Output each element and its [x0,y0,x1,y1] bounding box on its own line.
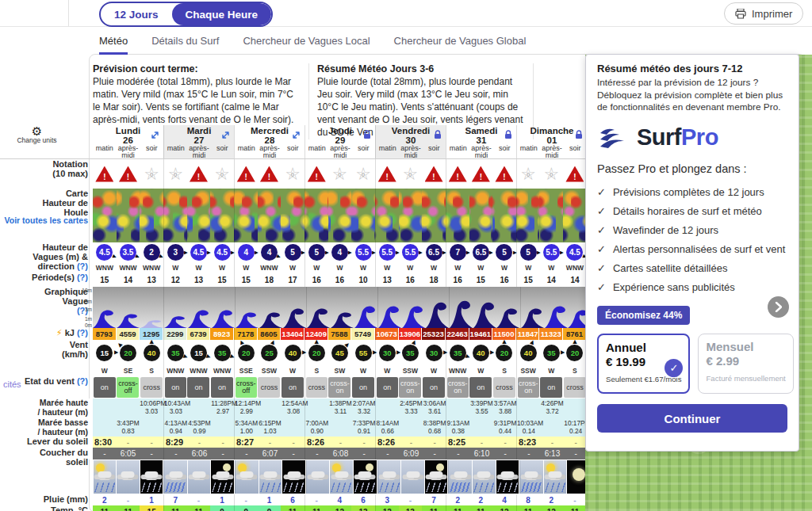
weather-icon [259,460,282,494]
swell-map-thumbnail[interactable] [516,189,540,242]
wind-speed-cell: 20▲ [304,340,328,365]
sunset-dash: - [446,449,470,458]
tide-height: 0.44 [493,427,517,435]
energy-cell: 22463 [446,328,469,340]
rating-cell: ! [304,159,328,189]
subcol-label: matin [305,145,328,159]
day-header-dimanche[interactable]: Dimanche01matinaprès-midisoir [516,125,587,158]
tab-chercheur-de-vagues-local[interactable]: Chercheur de Vagues Local [243,35,370,55]
swell-map-thumbnail[interactable] [117,189,140,242]
continue-button[interactable]: Continuer [597,404,787,433]
tide-time: 9:31PM [493,419,517,427]
day-header-lundi[interactable]: Lundi26matinaprès-midisoir [93,125,163,158]
help-link[interactable]: (?) [77,328,88,337]
swell-map-thumbnail[interactable] [539,189,563,242]
rating-cell: ☆0 [399,159,423,189]
swell-map-thumbnail[interactable] [563,189,587,242]
wave-curl [188,310,211,328]
expand-icon[interactable] [221,128,230,143]
swell-map-thumbnail[interactable] [234,189,258,242]
row-label: Carte Hauteur de HouleVoir toutes les ca… [0,189,93,242]
subcolumn-labels: matinaprès-midisoir [164,145,234,159]
sunset-dash: - [164,449,188,458]
tide-time: 2:45PM [400,399,423,407]
tide-slot: 10:06PM3.03 [140,399,163,418]
wave-curl [164,316,187,328]
expand-icon[interactable] [292,128,301,143]
wind-state-cell: cross-off [234,376,258,399]
wave-period-cell: 14 [539,273,563,287]
wave-graph-cell [163,287,188,328]
annual-plan-card[interactable]: Annuel € 19.99 ✓ Seulement €1.67/mois [597,334,690,394]
tide-slot [446,399,470,418]
wave-graph-cell [282,287,306,328]
high-tide-day: 12:14PM2.9912:54AM3.08 [234,399,304,418]
change-units-control[interactable]: ⚙Change units [0,125,74,144]
help-link[interactable]: (?) [77,376,88,386]
wave-height-value: 5 [502,248,507,257]
next-arrow-button[interactable] [768,296,789,318]
swell-map-thumbnail[interactable] [93,189,117,242]
tab-d-tails-du-surf[interactable]: Détails du Surf [151,35,219,55]
temp-cell: 11 [93,505,117,511]
row-label [0,262,93,273]
swell-map-thumbnail[interactable] [163,189,187,242]
wave-height-circle: 5 [285,244,301,261]
wave-curl [93,310,116,328]
swell-map-thumbnail[interactable] [210,189,234,242]
swell-map-thumbnail[interactable] [304,189,328,242]
swell-map-thumbnail[interactable] [375,189,399,242]
day-header-mercredi[interactable]: Mercredi28matinaprès-midisoir [234,125,304,158]
swell-map-thumbnail[interactable] [422,189,446,242]
rain-icon [497,482,518,492]
swell-map-thumbnail[interactable] [328,189,352,242]
wave-height-value: 4.5 [99,248,110,257]
tide-height: 0.90 [305,427,329,435]
tide-time: 10:17PM [564,419,588,427]
swell-map-thumbnail[interactable] [140,189,163,242]
print-button[interactable]: Imprimer [724,2,803,25]
toggle-chaque-heure[interactable]: Chaque Heure [172,3,272,25]
wind-speed-cell: 35▲ [399,340,423,365]
wind-direction-cell: W [422,365,446,376]
wind-state-value: on [165,377,186,398]
feature-item: ✓Cartes satellite détaillées [597,258,787,277]
tab-m-t-o[interactable]: Météo [99,35,128,55]
tide-height: 3.55 [470,407,494,415]
rain-icon [473,482,494,492]
swell-map-thumbnail[interactable] [351,189,375,242]
swell-map-thumbnail[interactable] [492,189,516,242]
swell-map-thumbnail[interactable] [399,189,423,242]
expand-icon[interactable] [151,128,159,143]
sunset-time: 6:10 [470,449,494,458]
swell-map-thumbnail[interactable] [446,189,469,242]
lightning-icon: ⚡ [56,328,63,337]
tab-chercheur-de-vagues-global[interactable]: Chercheur de Vagues Global [394,35,527,55]
wind-direction-cell: S [140,365,163,376]
day-header-jeudi[interactable]: Jeudi29matinaprès-midisoir [304,125,375,158]
wind-speed-circle: 20 [496,345,512,361]
rating-cell: ! [563,159,587,189]
sunrise-day: 8:26-- [375,437,446,448]
tide-time: 7:33PM [352,419,376,427]
tide-slot: 9:31PM0.44 [493,418,517,437]
day-header-vendredi[interactable]: Vendredi30matinaprès-midisoir [375,125,446,158]
high-tide-day: 2:45PM3.333:06AM3.61 [375,399,446,418]
day-header-samedi[interactable]: Samedi31matinaprès-midisoir [446,125,516,158]
see-all-maps-link[interactable]: Voir toutes les cartes [1,215,88,225]
wave-graph-cell [496,287,520,328]
warning-icon: ! [472,166,490,182]
swell-map-thumbnail[interactable] [187,189,211,242]
help-link[interactable]: (?) [77,273,88,282]
toggle-12-jours[interactable]: 12 Jours [101,3,172,25]
surfpro-logo: SurfPro [599,124,787,151]
wind-speed-circle: 35 [402,345,419,361]
tide-slot: 1:38PM3.11 [329,399,353,418]
day-header-mardi[interactable]: Mardi27matinaprès-midisoir [163,125,234,158]
tide-height: 0.83 [117,427,140,435]
swell-map-thumbnail[interactable] [258,189,282,242]
cloud-icon [121,471,135,478]
monthly-plan-card[interactable]: Mensuel € 2.99 Facturé mensuellement [698,334,793,394]
swell-map-thumbnail[interactable] [469,189,493,242]
swell-map-thumbnail[interactable] [281,189,304,242]
